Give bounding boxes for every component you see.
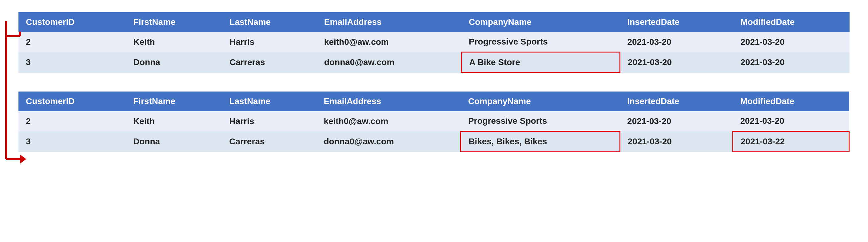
cell-lastname: Harris — [222, 32, 317, 52]
bottom-table: CustomerID FirstName LastName EmailAddre… — [19, 92, 849, 152]
col-header-inserted-bottom: InsertedDate — [620, 92, 733, 111]
cell-email: donna0@aw.com — [317, 52, 461, 73]
cell-firstname: Donna — [126, 52, 222, 73]
col-header-email-top: EmailAddress — [317, 12, 461, 32]
cell-firstname: Keith — [126, 111, 222, 132]
col-header-lastname-bottom: LastName — [222, 92, 316, 111]
cell-inserted: 2021-03-20 — [620, 111, 733, 132]
col-header-modified-bottom: ModifiedDate — [733, 92, 849, 111]
cell-company: Progressive Sports — [461, 32, 620, 52]
cell-modified: 2021-03-20 — [733, 52, 849, 73]
table-row: 2 Keith Harris keith0@aw.com Progressive… — [19, 32, 849, 52]
svg-marker-2 — [20, 154, 26, 164]
top-table-header-row: CustomerID FirstName LastName EmailAddre… — [19, 12, 849, 32]
cell-inserted: 2021-03-20 — [620, 52, 733, 73]
col-header-email-bottom: EmailAddress — [316, 92, 461, 111]
bottom-table-header-row: CustomerID FirstName LastName EmailAddre… — [19, 92, 849, 111]
page-wrapper: CustomerID FirstName LastName EmailAddre… — [19, 12, 849, 152]
cell-modified: 2021-03-20 — [733, 111, 849, 132]
cell-customerid: 3 — [19, 132, 126, 152]
col-header-company-bottom: CompanyName — [461, 92, 620, 111]
table-row: 3 Donna Carreras donna0@aw.com Bikes, Bi… — [19, 132, 849, 152]
cell-inserted: 2021-03-20 — [620, 132, 733, 152]
col-header-lastname-top: LastName — [222, 12, 317, 32]
cell-firstname: Donna — [126, 132, 222, 152]
bottom-table-section: CustomerID FirstName LastName EmailAddre… — [19, 92, 849, 152]
top-table-section: CustomerID FirstName LastName EmailAddre… — [19, 12, 849, 73]
col-header-firstname-bottom: FirstName — [126, 92, 222, 111]
col-header-customerid-bottom: CustomerID — [19, 92, 126, 111]
top-row-indicator — [0, 21, 22, 51]
cell-email: keith0@aw.com — [316, 111, 461, 132]
cell-customerid: 2 — [19, 32, 126, 52]
col-header-company-top: CompanyName — [461, 12, 620, 32]
col-header-customerid-top: CustomerID — [19, 12, 126, 32]
cell-lastname: Harris — [222, 111, 316, 132]
cell-firstname: Keith — [126, 32, 222, 52]
cell-customerid: 2 — [19, 111, 126, 132]
cell-company-highlighted: Bikes, Bikes, Bikes — [461, 132, 620, 152]
table-row: 2 Keith Harris keith0@aw.com Progressive… — [19, 111, 849, 132]
col-header-firstname-top: FirstName — [126, 12, 222, 32]
top-table: CustomerID FirstName LastName EmailAddre… — [19, 12, 849, 73]
table-row: 3 Donna Carreras donna0@aw.com A Bike St… — [19, 52, 849, 73]
cell-lastname: Carreras — [222, 52, 317, 73]
cell-customerid: 3 — [19, 52, 126, 73]
col-header-inserted-top: InsertedDate — [620, 12, 733, 32]
cell-company: Progressive Sports — [461, 111, 620, 132]
cell-modified-highlighted: 2021-03-22 — [733, 132, 849, 152]
cell-inserted: 2021-03-20 — [620, 32, 733, 52]
cell-email: donna0@aw.com — [316, 132, 461, 152]
cell-lastname: Carreras — [222, 132, 316, 152]
cell-email: keith0@aw.com — [317, 32, 461, 52]
cell-modified: 2021-03-20 — [733, 32, 849, 52]
col-header-modified-top: ModifiedDate — [733, 12, 849, 32]
cell-company-highlighted: A Bike Store — [461, 52, 620, 73]
